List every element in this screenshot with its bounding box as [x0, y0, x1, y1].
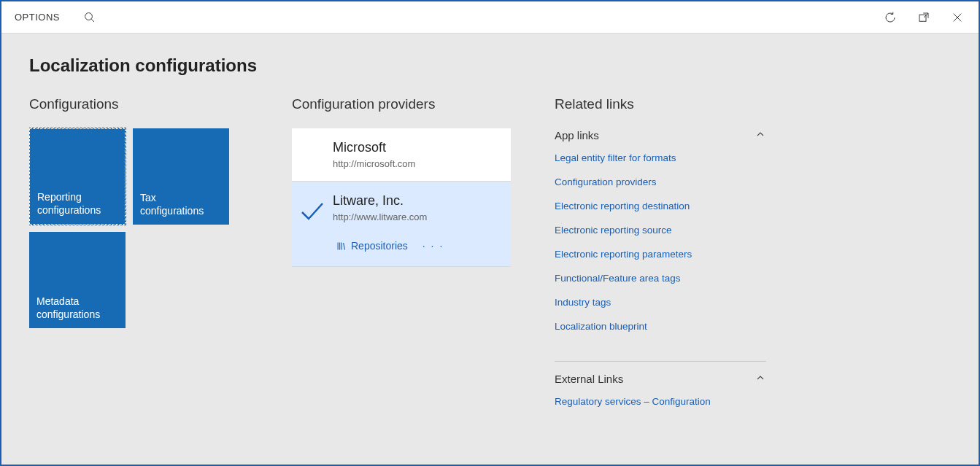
- related-link[interactable]: Industry tags: [555, 297, 766, 308]
- repositories-button[interactable]: Repositories: [336, 240, 408, 252]
- more-actions-icon[interactable]: · · ·: [423, 240, 444, 252]
- related-link[interactable]: Electronic reporting destination: [555, 201, 766, 211]
- configurations-heading: Configurations: [29, 96, 248, 112]
- refresh-icon[interactable]: [882, 9, 898, 26]
- links-section-title: App links: [555, 129, 599, 141]
- config-tile[interactable]: Metadata configurations: [29, 232, 126, 328]
- links-section-header[interactable]: App links: [555, 128, 766, 142]
- configurations-column: Configurations Reporting configurationsT…: [29, 96, 248, 457]
- related-links-heading: Related links: [555, 96, 766, 112]
- related-link[interactable]: Legal entity filter for formats: [555, 152, 766, 163]
- config-tile[interactable]: Tax configurations: [133, 128, 229, 225]
- related-link[interactable]: Functional/Feature area tags: [555, 273, 766, 284]
- checkmark-icon: [299, 198, 325, 224]
- repositories-label: Repositories: [351, 240, 408, 252]
- tile-label: Reporting configurations: [37, 191, 117, 217]
- links-section-title: External Links: [555, 373, 623, 385]
- svg-point-0: [85, 12, 93, 20]
- config-tile[interactable]: Reporting configurations: [29, 128, 126, 225]
- columns: Configurations Reporting configurationsT…: [29, 96, 951, 457]
- content-area: Localization configurations Configuratio…: [1, 34, 979, 465]
- links-section: External LinksRegulatory services – Conf…: [555, 361, 766, 424]
- links-section-header[interactable]: External Links: [555, 372, 766, 386]
- top-bar-right: [882, 9, 965, 26]
- links-section: App linksLegal entity filter for formats…: [555, 128, 766, 349]
- search-icon[interactable]: [82, 9, 98, 26]
- provider-card[interactable]: Litware, Inc.http://www.litware.comRepos…: [292, 182, 511, 267]
- providers-heading: Configuration providers: [292, 96, 511, 112]
- related-link[interactable]: Regulatory services – Configuration: [555, 396, 766, 407]
- related-link[interactable]: Configuration providers: [555, 176, 766, 187]
- page-title: Localization configurations: [29, 55, 951, 76]
- related-link[interactable]: Localization blueprint: [555, 321, 766, 332]
- provider-url: http://www.litware.com: [333, 211, 501, 222]
- provider-name: Litware, Inc.: [333, 193, 501, 209]
- chevron-up-icon: [755, 372, 766, 386]
- related-links-column: Related links App linksLegal entity filt…: [555, 96, 766, 457]
- options-menu[interactable]: OPTIONS: [15, 12, 60, 23]
- popout-icon[interactable]: [916, 9, 932, 26]
- providers-scroll: Microsofthttp://microsoft.comLitware, In…: [292, 128, 511, 457]
- provider-name: Microsoft: [333, 140, 501, 155]
- related-link[interactable]: Electronic reporting source: [555, 225, 766, 236]
- tile-label: Metadata configurations: [36, 295, 118, 321]
- svg-line-1: [91, 19, 94, 22]
- svg-line-9: [344, 243, 345, 249]
- svg-rect-2: [919, 15, 926, 21]
- app-frame: OPTIONS Localization configurations Conf…: [0, 0, 980, 466]
- chevron-up-icon: [755, 128, 766, 142]
- top-bar: OPTIONS: [1, 1, 979, 34]
- providers-list: Microsofthttp://microsoft.comLitware, In…: [292, 128, 511, 267]
- tile-label: Tax configurations: [140, 192, 222, 217]
- related-link[interactable]: Electronic reporting parameters: [555, 249, 766, 260]
- provider-card[interactable]: Microsofthttp://microsoft.com: [292, 128, 511, 182]
- provider-url: http://microsoft.com: [333, 158, 501, 169]
- top-bar-left: OPTIONS: [15, 9, 98, 26]
- provider-actions: Repositories· · ·: [333, 234, 501, 255]
- tiles-container: Reporting configurationsTax configuratio…: [29, 128, 248, 328]
- close-icon[interactable]: [949, 9, 965, 26]
- links-container: App linksLegal entity filter for formats…: [555, 128, 766, 436]
- providers-column: Configuration providers Microsofthttp://…: [292, 96, 511, 457]
